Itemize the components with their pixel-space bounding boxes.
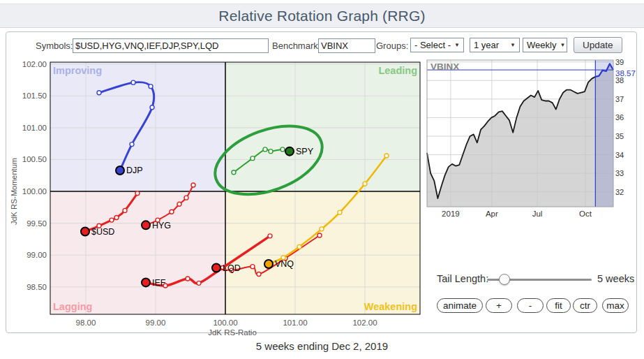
mini-y-tick-label: 36 (615, 113, 624, 122)
recent-weeks-band (595, 60, 613, 207)
head-dot-$USD[interactable] (81, 227, 89, 235)
quadrant-lagging (50, 191, 225, 314)
trail-point-$USD (123, 208, 127, 212)
trail-point-IEF (197, 281, 201, 285)
x-tick-label: 100.00 (213, 318, 237, 327)
period-select[interactable]: 1 year ▼ (470, 38, 520, 52)
frequency-select-value: Weekly (527, 40, 556, 50)
symbol-label-IEF: IEF (152, 278, 166, 288)
trail-point-$USD (135, 191, 140, 196)
symbol-label-LQD: LQD (223, 263, 241, 273)
symbols-label: Symbols: (36, 41, 73, 51)
trail-point-SPY (269, 149, 273, 154)
tail-length-slider-thumb[interactable] (499, 274, 510, 285)
chevron-down-icon: ▼ (560, 42, 565, 48)
quadrant-label-lagging: Lagging (53, 301, 92, 312)
zoom-out-button[interactable]: - (517, 298, 544, 313)
trail-point-HYG (170, 210, 174, 214)
mini-y-tick-label: 39 (615, 58, 624, 66)
head-dot-IEF[interactable] (142, 278, 150, 286)
quadrant-label-improving: Improving (53, 65, 102, 76)
x-axis-title: JdK RS-Ratio (208, 328, 257, 337)
mini-x-tick-label: Jul (532, 210, 543, 218)
symbol-label-$USD: $USD (91, 227, 114, 237)
frequency-select[interactable]: Weekly ▼ (523, 38, 567, 52)
tail-length-value: 5 weeks (597, 273, 634, 284)
benchmark-label: Benchmark: (272, 41, 320, 51)
trail-point-$USD (114, 215, 119, 219)
y-tick-label: 100.50 (22, 155, 47, 163)
x-tick-label: 101.00 (283, 318, 307, 327)
trail-point-DJP (97, 91, 101, 95)
tail-length-label: Tail Length: (437, 273, 488, 284)
trail-point-DJP (131, 80, 135, 85)
y-tick-label: 101.50 (22, 91, 47, 100)
trail-point-LQD (257, 272, 261, 277)
trail-point-HYG (184, 196, 188, 200)
quadrant-label-leading: Leading (378, 65, 417, 76)
head-dot-VNQ[interactable] (264, 260, 273, 268)
mini-y-tick-label: 33 (615, 169, 624, 177)
trail-point-LQD (250, 265, 255, 269)
app-root: Relative Rotation Graph (RRG) Symbols: B… (0, 0, 644, 359)
symbol-label-VNQ: VNQ (275, 259, 294, 269)
y-tick-label: 99.50 (27, 219, 47, 228)
head-dot-LQD[interactable] (212, 263, 220, 272)
symbol-label-HYG: HYG (152, 221, 171, 230)
mini-x-tick-label: 2019 (442, 210, 460, 218)
chevron-down-icon: ▼ (454, 42, 460, 48)
update-button[interactable]: Update (574, 37, 622, 53)
symbols-input[interactable] (73, 38, 269, 53)
trail-point-VNQ (384, 154, 389, 158)
symbol-label-SPY: SPY (296, 147, 314, 156)
mini-x-tick-label: Oct (579, 210, 592, 218)
trail-point-IEF (186, 277, 190, 281)
groups-select[interactable]: - Select - ▼ (410, 38, 464, 52)
benchmark-title: VBINX (430, 61, 459, 72)
animate-button[interactable]: animate (437, 298, 483, 313)
chevron-down-icon: ▼ (510, 42, 516, 48)
mini-y-tick-label: 32 (615, 188, 624, 196)
center-button[interactable]: ctr (573, 298, 597, 313)
trail-point-HYG (177, 202, 181, 206)
y-tick-label: 99.00 (27, 251, 47, 259)
rrg-chart: ImprovingLeadingLaggingWeakening98.0099.… (8, 59, 426, 339)
mini-y-tick-label: 35 (615, 132, 624, 140)
head-dot-SPY[interactable] (285, 147, 294, 156)
y-tick-label: 98.50 (27, 283, 47, 291)
trail-point-VNQ (338, 210, 342, 214)
benchmark-input[interactable] (318, 38, 375, 53)
quadrant-leading (225, 62, 420, 191)
y-tick-label: 100.00 (22, 187, 47, 196)
trail-point-$USD (110, 218, 114, 222)
trail-point-SPY (263, 147, 267, 152)
last-value-label: 38.57 (615, 69, 636, 78)
page-title: Relative Rotation Graph (RRG) (218, 8, 425, 24)
zoom-in-button[interactable]: + (486, 298, 512, 313)
trail-point-SPY (232, 170, 236, 175)
y-axis-title: JdK RS-Momentum (10, 158, 18, 225)
x-tick-label: 102.00 (352, 318, 377, 327)
trail-point-HYG (191, 183, 195, 187)
trail-point-SPY (250, 156, 255, 161)
max-button[interactable]: max (602, 298, 629, 313)
quadrant-weakening (225, 191, 420, 314)
trail-point-DJP (150, 105, 154, 110)
footer-caption: 5 weeks ending Dec 2, 2019 (0, 340, 644, 352)
trail-point-LQD (317, 233, 322, 237)
symbol-label-DJP: DJP (126, 166, 143, 175)
groups-select-value: - Select - (414, 40, 451, 50)
head-dot-DJP[interactable] (116, 166, 124, 175)
trail-point-VNQ (363, 182, 367, 186)
quadrant-label-weakening: Weakening (364, 301, 417, 312)
head-dot-HYG[interactable] (142, 221, 150, 229)
x-tick-label: 99.00 (146, 318, 166, 327)
rrg-panel: Symbols: Benchmark: Groups: - Select - ▼… (6, 31, 637, 333)
trail-point-VNQ (320, 227, 324, 231)
y-tick-label: 102.00 (22, 60, 47, 68)
fit-button[interactable]: fit (546, 298, 571, 313)
groups-label: Groups: (376, 41, 408, 51)
mini-y-tick-label: 37 (615, 95, 624, 103)
period-select-value: 1 year (474, 40, 499, 50)
trail-point-DJP (130, 142, 134, 147)
